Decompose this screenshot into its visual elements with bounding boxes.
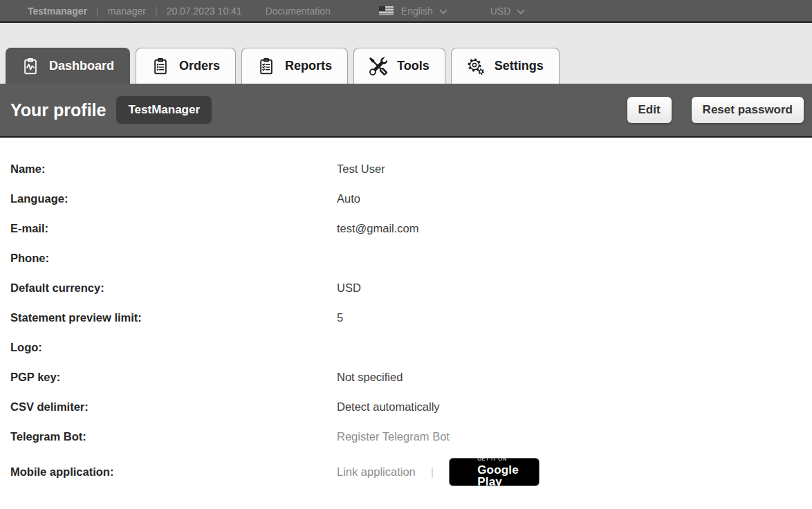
tab-label: Settings xyxy=(495,59,544,73)
field-row-e-mail: E-mail: test@gmail.com xyxy=(10,220,812,237)
gears-icon xyxy=(467,57,485,75)
field-row-logo: Logo: xyxy=(10,339,812,356)
manager-name-badge: TestManager xyxy=(116,96,212,124)
tab-label: Reports xyxy=(285,59,332,73)
profile-fields: Name: Test User Language: Auto E-mail: t… xyxy=(0,138,812,486)
profile-header: Your profile TestManager Edit Reset pass… xyxy=(0,84,812,138)
field-row-default-currency: Default currency: USD xyxy=(10,279,812,297)
brand-name: Testmanager xyxy=(28,6,87,17)
field-value: Test User xyxy=(337,163,385,176)
register-telegram-bot-link[interactable]: Register Telegram Bot xyxy=(337,430,450,443)
top-bar: Testmanager | manager | 20.07.2023 10:41… xyxy=(0,0,812,23)
page-title: Your profile xyxy=(10,100,106,120)
us-flag-icon xyxy=(379,6,394,15)
tab-label: Tools xyxy=(397,59,430,73)
field-value: test@gmail.com xyxy=(337,222,419,235)
field-label: CSV delimiter: xyxy=(10,400,337,414)
reset-password-button[interactable]: Reset password xyxy=(692,97,804,123)
clipboard-pulse-icon xyxy=(21,57,39,75)
currency-selector[interactable]: USD xyxy=(490,6,526,17)
currency-label: USD xyxy=(490,6,511,17)
separator: | xyxy=(96,6,99,17)
field-label: Default currency: xyxy=(10,281,337,295)
clipboard-check-icon xyxy=(257,57,275,75)
clipboard-lines-icon xyxy=(151,57,169,75)
field-row-pgp-key: PGP key: Not specified xyxy=(10,369,812,386)
tab-label: Dashboard xyxy=(49,59,114,73)
play-triangle-icon xyxy=(456,463,471,481)
field-value: Register Telegram Bot xyxy=(337,430,450,443)
tab-label: Orders xyxy=(179,59,220,73)
tab-orders[interactable]: Orders xyxy=(136,48,236,84)
field-label: Telegram Bot: xyxy=(10,430,337,443)
field-row-mobile-application: Mobile application: Link application| GE… xyxy=(10,458,812,486)
field-row-telegram-bot: Telegram Bot: Register Telegram Bot xyxy=(10,428,812,445)
clipboard-check-icon xyxy=(257,57,275,75)
field-value: Auto xyxy=(337,192,360,205)
field-value: 5 xyxy=(337,311,343,324)
chevron-down-icon xyxy=(517,6,525,17)
field-value: Not specified xyxy=(337,371,403,384)
language-label: English xyxy=(401,6,433,17)
field-label: E-mail: xyxy=(10,222,337,235)
value-divider: | xyxy=(431,465,434,479)
link-application-link[interactable]: Link application xyxy=(337,465,416,479)
tab-dashboard[interactable]: Dashboard xyxy=(6,48,130,84)
field-row-phone: Phone: xyxy=(10,250,812,267)
language-selector[interactable]: English xyxy=(379,6,447,17)
documentation-link[interactable]: Documentation xyxy=(266,6,331,17)
field-label: Phone: xyxy=(10,252,337,265)
field-label: Mobile application: xyxy=(10,465,337,479)
tab-tools[interactable]: Tools xyxy=(353,48,445,84)
clipboard-pulse-icon xyxy=(21,57,39,75)
current-datetime: 20.07.2023 10:41 xyxy=(167,6,242,17)
edit-button[interactable]: Edit xyxy=(627,97,672,123)
field-value: Detect automatically xyxy=(337,400,440,414)
field-label: Logo: xyxy=(10,341,337,354)
field-value: USD xyxy=(337,281,361,295)
field-label: Statement preview limit: xyxy=(10,311,337,324)
google-play-badge[interactable]: GET IT ON Google Play xyxy=(449,458,539,486)
logged-in-user: manager xyxy=(108,6,146,17)
field-label: PGP key: xyxy=(10,371,337,384)
field-value: Link application| GET IT ON Google Play xyxy=(337,458,539,486)
tools-icon xyxy=(369,57,387,75)
main-tabs: Dashboard Orders Reports Tools xyxy=(6,48,560,84)
tools-icon xyxy=(369,57,387,75)
play-triangle-icon xyxy=(456,463,471,479)
gears-icon xyxy=(467,57,485,75)
field-row-language: Language: Auto xyxy=(10,190,812,207)
google-play-line1: GET IT ON xyxy=(477,456,532,462)
field-label: Language: xyxy=(10,192,337,205)
header-actions: Edit Reset password xyxy=(627,97,804,123)
field-row-name: Name: Test User xyxy=(10,160,812,178)
chevron-down-icon xyxy=(517,9,525,15)
tab-reports[interactable]: Reports xyxy=(241,48,348,84)
tab-settings[interactable]: Settings xyxy=(451,48,560,84)
google-play-line2: Google Play xyxy=(477,464,532,488)
tabs-band: Dashboard Orders Reports Tools xyxy=(0,23,812,84)
separator: | xyxy=(155,6,158,17)
chevron-down-icon xyxy=(439,9,447,15)
chevron-down-icon xyxy=(439,6,447,17)
field-label: Name: xyxy=(10,163,337,176)
clipboard-lines-icon xyxy=(151,57,169,75)
field-row-csv-delimiter: CSV delimiter: Detect automatically xyxy=(10,398,812,416)
field-row-statement-preview-limit: Statement preview limit: 5 xyxy=(10,309,812,326)
